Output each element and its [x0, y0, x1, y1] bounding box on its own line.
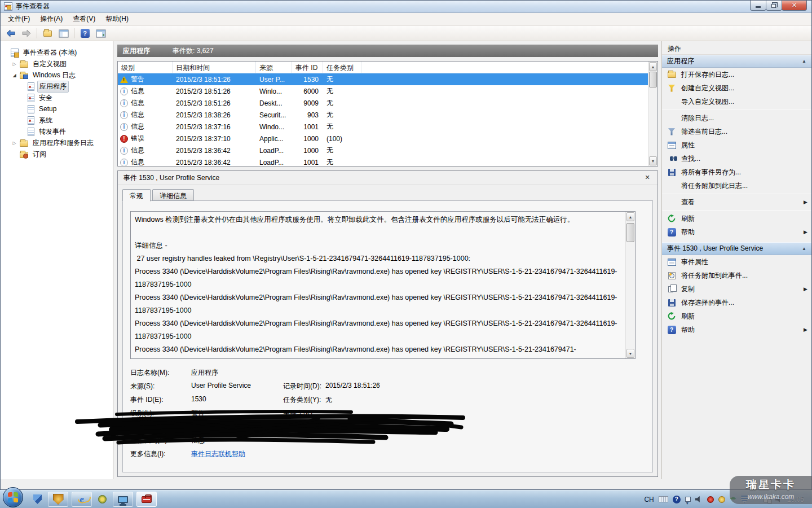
scrollbar-thumb[interactable]	[626, 223, 634, 242]
keyboard-icon[interactable]	[659, 496, 668, 502]
action-copy[interactable]: 复制 ▶	[662, 282, 811, 296]
tree-item-application[interactable]: 应用程序	[1, 81, 113, 92]
column-header-event-id[interactable]: 事件 ID	[292, 62, 323, 73]
event-row[interactable]: i信息 2015/2/3 18:36:42 LoadP... 1000 无	[118, 144, 648, 156]
taskbar-rising-coin-icon[interactable]	[98, 495, 107, 503]
submenu-arrow-icon: ▶	[804, 286, 807, 292]
scrollbar-thumb[interactable]	[649, 72, 657, 87]
scroll-up-button[interactable]: ▲	[649, 62, 657, 71]
action-properties[interactable]: 属性	[662, 138, 811, 152]
action-import-custom-view[interactable]: 导入自定义视图...	[662, 95, 811, 108]
event-row[interactable]: i信息 2015/2/3 18:51:26 Deskt... 9009 无	[118, 97, 648, 109]
scroll-up-button[interactable]: ▲	[626, 212, 634, 221]
restore-button[interactable]	[766, 1, 782, 11]
language-indicator[interactable]: CH	[644, 496, 654, 503]
menu-action[interactable]: 操作(A)	[35, 12, 68, 26]
action-filter-current-log[interactable]: 筛选当前日志...	[662, 125, 811, 138]
tree-item-setup[interactable]: Setup	[1, 103, 113, 115]
forward-button[interactable]	[19, 27, 33, 40]
actions-section-event[interactable]: 事件 1530 , User Profile Service ▲	[662, 242, 811, 255]
event-row[interactable]: i信息 2015/2/3 18:36:42 LoadP... 1001 无	[118, 156, 648, 166]
close-button[interactable]: ✕	[782, 1, 807, 11]
event-row[interactable]: i信息 2015/2/3 18:51:26 Winlo... 6000 无	[118, 85, 648, 97]
level-text: 信息	[131, 98, 144, 108]
event-row[interactable]: i信息 2015/2/3 18:38:26 Securit... 903 无	[118, 109, 648, 121]
console-tree-toggle-button[interactable]	[56, 27, 70, 40]
action-attach-task-to-event[interactable]: 将任务附加到此事件...	[662, 269, 811, 282]
tree-item-forwarded-events[interactable]: 转发事件	[1, 126, 113, 137]
column-header-source[interactable]: 来源	[256, 62, 292, 73]
expanded-expander-icon[interactable]: ◢	[12, 73, 17, 78]
taskbar-internet-explorer-button[interactable]: e	[72, 492, 92, 507]
speaker-icon[interactable]	[695, 496, 703, 503]
event-description-box[interactable]: Windows 检测到注册表文件仍在由其他应用程序或服务使用。将立即卸载此文件。…	[130, 211, 636, 359]
close-detail-icon[interactable]: ✕	[643, 174, 652, 181]
scroll-down-button[interactable]: ▼	[649, 156, 657, 165]
tree-item-subscriptions[interactable]: 订阅	[1, 148, 113, 160]
tab-details[interactable]: 详细信息	[152, 189, 194, 201]
taskbar-computer-button[interactable]	[113, 492, 133, 507]
event-row[interactable]: i信息 2015/2/3 18:37:16 Windo... 1001 无	[118, 121, 648, 133]
action-clear-log[interactable]: 清除日志...	[662, 111, 811, 125]
action-view[interactable]: 查看 ▶	[662, 195, 811, 209]
taskbar-defender-shield-icon[interactable]	[33, 494, 42, 504]
action-help-event[interactable]: ? 帮助 ▶	[662, 323, 811, 336]
tree-item-system[interactable]: 系统	[1, 115, 113, 126]
taskbar-rising-antivirus-button[interactable]	[48, 492, 68, 507]
action-pane-toggle-button[interactable]	[94, 27, 108, 40]
category-cell: 无	[323, 146, 361, 155]
event-viewer-window: 事件查看器 ✕ 文件(F) 操作(A) 查看(V) 帮助(H)	[0, 0, 812, 490]
menu-view[interactable]: 查看(V)	[68, 12, 100, 26]
action-find[interactable]: 查找...	[662, 152, 811, 165]
back-button[interactable]	[3, 27, 17, 40]
hidden-icons-expander[interactable]	[685, 497, 691, 502]
collapse-arrow-icon[interactable]: ▲	[802, 246, 806, 251]
taskbar-event-viewer-button[interactable]	[136, 492, 157, 507]
column-header-datetime[interactable]: 日期和时间	[173, 62, 256, 73]
menu-file[interactable]: 文件(F)	[3, 12, 35, 26]
event-row-selected[interactable]: 警告 2015/2/3 18:51:26 User P... 1530 无	[118, 73, 648, 85]
tree-item-windows-logs[interactable]: ◢ Windows 日志	[1, 69, 113, 81]
logged-label: 记录时间(D):	[283, 382, 321, 391]
restore-icon	[771, 4, 776, 8]
rising-monitor-icon[interactable]	[707, 496, 714, 503]
collapsed-expander-icon[interactable]: ▷	[12, 62, 17, 67]
description-scrollbar[interactable]: ▲ ▼	[625, 212, 635, 358]
column-header-level[interactable]: 级别	[118, 62, 173, 73]
title-bar[interactable]: 事件查看器 ✕	[1, 1, 811, 13]
action-open-saved-log[interactable]: 打开保存的日志...	[662, 68, 811, 81]
tree-item-custom-views[interactable]: ▷ 自定义视图	[1, 58, 113, 69]
column-header-task-category[interactable]: 任务类别	[323, 62, 361, 73]
action-label: 事件属性	[681, 257, 708, 267]
action-save-selected-events[interactable]: 保存选择的事件...	[662, 296, 811, 309]
action-event-properties[interactable]: 事件属性	[662, 255, 811, 269]
action-help[interactable]: ? 帮助 ▶	[662, 225, 811, 239]
start-button[interactable]	[3, 487, 23, 507]
scroll-down-button[interactable]: ▼	[626, 349, 634, 358]
folder-icon	[20, 62, 28, 68]
action-save-all-events[interactable]: 将所有事件另存为...	[662, 165, 811, 179]
action-attach-task-to-log[interactable]: 将任务附加到此日志...	[662, 179, 811, 192]
tree-item-security[interactable]: 安全	[1, 92, 113, 103]
menu-help[interactable]: 帮助(H)	[100, 12, 134, 26]
event-list-scrollbar[interactable]: ▲ ▼	[648, 62, 657, 166]
action-create-custom-view[interactable]: 创建自定义视图...	[662, 81, 811, 95]
event-log-online-help-link[interactable]: 事件日志联机帮助	[191, 449, 245, 459]
action-refresh-event[interactable]: 刷新	[662, 309, 811, 323]
help-toolbar-button[interactable]: ?	[78, 27, 92, 40]
event-viewer-icon	[4, 2, 12, 11]
collapsed-expander-icon[interactable]: ▷	[12, 141, 17, 146]
event-row-error[interactable]: !错误 2015/2/3 18:37:10 Applic... 1000 (10…	[118, 133, 648, 144]
minimize-button[interactable]	[750, 1, 766, 11]
ime-help-icon[interactable]: ?	[673, 496, 681, 503]
tree-item-label: 转发事件	[37, 126, 68, 137]
coin-icon[interactable]	[718, 496, 725, 503]
tree-item-root[interactable]: 事件查看器 (本地)	[1, 47, 113, 58]
actions-section-application[interactable]: 应用程序 ▲	[662, 55, 811, 68]
event-count: 事件数: 3,627	[173, 46, 214, 56]
action-refresh[interactable]: 刷新	[662, 212, 811, 225]
tree-item-apps-services-logs[interactable]: ▷ 应用程序和服务日志	[1, 137, 113, 148]
collapse-arrow-icon[interactable]: ▲	[802, 59, 806, 64]
open-saved-log-button[interactable]	[41, 27, 55, 40]
tab-general[interactable]: 常规	[122, 189, 151, 202]
